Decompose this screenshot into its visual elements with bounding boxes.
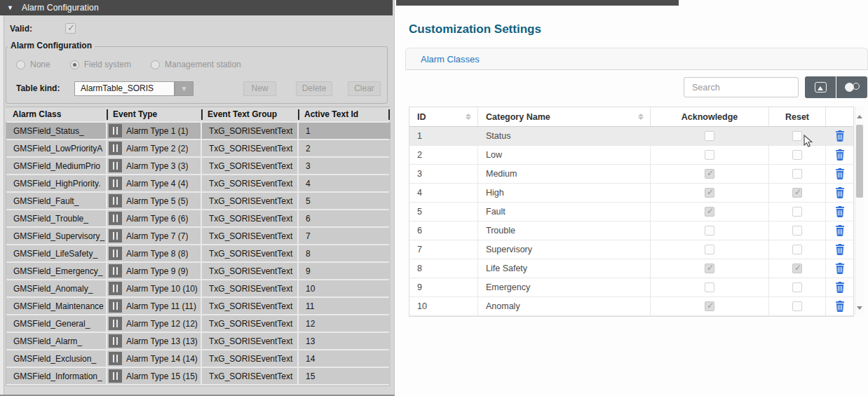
sort-icon[interactable] <box>466 114 471 120</box>
alarm-class-cell[interactable]: GMSField_Status_ <box>6 123 106 139</box>
event-text-group-cell[interactable]: TxG_SORISEventText <box>202 263 297 279</box>
table-row[interactable]: 2 Low <box>409 146 853 165</box>
event-text-group-cell[interactable]: TxG_SORISEventText <box>202 315 297 332</box>
event-type-pause-button[interactable] <box>109 334 122 348</box>
event-type-pause-button[interactable] <box>109 352 122 365</box>
event-text-group-cell[interactable]: TxG_SORISEventText <box>202 333 297 349</box>
radio-field-system[interactable]: Field system <box>70 60 131 69</box>
reset-checkbox[interactable] <box>792 188 802 198</box>
panel-titlebar[interactable]: ▼ Alarm Configuration <box>0 0 393 15</box>
acknowledge-checkbox[interactable] <box>705 264 714 273</box>
table-kind-select[interactable]: AlarmTable_SORIS <box>74 81 175 96</box>
reset-checkbox[interactable] <box>792 301 802 311</box>
acknowledge-checkbox[interactable] <box>705 282 714 292</box>
scroll-down-icon[interactable] <box>857 306 862 310</box>
event-type-pause-button[interactable] <box>109 229 122 243</box>
event-text-group-cell[interactable]: TxG_SORISEventText <box>202 175 297 191</box>
table-row[interactable]: GMSField_Alarm_ Alarm Type 13 (13) TxG_S… <box>6 333 389 349</box>
alarm-class-cell[interactable]: GMSField_LifeSafety_ <box>6 245 106 261</box>
radio-field-system-circle[interactable] <box>70 60 79 69</box>
alarm-class-cell[interactable]: GMSField_Alarm_ <box>6 333 106 349</box>
tab-alarm-classes[interactable]: Alarm Classes <box>421 54 480 64</box>
acknowledge-checkbox[interactable] <box>705 150 714 160</box>
header-alarm-class[interactable]: Alarm Class <box>6 109 105 120</box>
event-type-label[interactable]: Alarm Type 10 (10) <box>126 284 198 294</box>
event-text-group-cell[interactable]: TxG_SORISEventText <box>202 193 297 209</box>
event-type-label[interactable]: Alarm Type 2 (2) <box>126 144 188 153</box>
alarm-class-cell[interactable]: GMSField_Fault_ <box>6 193 106 209</box>
table-row[interactable]: 9 Emergency <box>409 278 853 297</box>
active-text-id-cell[interactable]: 3 <box>299 158 391 174</box>
active-text-id-cell[interactable]: 8 <box>299 245 391 261</box>
event-type-pause-button[interactable] <box>109 124 122 137</box>
table-row[interactable]: 10 Anomaly <box>409 297 853 316</box>
delete-row-button[interactable] <box>834 243 846 256</box>
table-row[interactable]: GMSField_LowPriorityA Alarm Type 2 (2) T… <box>6 140 389 156</box>
active-text-id-cell[interactable]: 9 <box>299 263 391 279</box>
active-text-id-cell[interactable]: 12 <box>299 315 391 332</box>
event-type-pause-button[interactable] <box>109 299 122 313</box>
event-type-label[interactable]: Alarm Type 15 (15) <box>126 371 198 381</box>
table-row[interactable]: GMSField_MediumPrio Alarm Type 3 (3) TxG… <box>6 158 389 174</box>
active-text-id-cell[interactable]: 7 <box>299 228 391 244</box>
alarm-class-cell[interactable]: GMSField_LowPriorityA <box>6 140 106 156</box>
acknowledge-checkbox[interactable] <box>705 245 714 254</box>
alarm-class-cell[interactable]: GMSField_General_ <box>6 315 106 332</box>
active-text-id-cell[interactable]: 1 <box>299 123 391 139</box>
event-type-label[interactable]: Alarm Type 11 (11) <box>126 301 196 311</box>
active-text-id-cell[interactable]: 15 <box>299 368 391 384</box>
alarm-class-cell[interactable]: GMSField_HighPriority. <box>6 175 106 191</box>
table-row[interactable]: GMSField_HighPriority. Alarm Type 4 (4) … <box>6 175 389 191</box>
table-row[interactable]: GMSField_Trouble_ Alarm Type 6 (6) TxG_S… <box>6 210 389 226</box>
active-text-id-cell[interactable]: 11 <box>299 298 391 314</box>
table-row[interactable]: 4 High <box>409 184 853 203</box>
event-text-group-cell[interactable]: TxG_SORISEventText <box>202 140 297 156</box>
alarm-class-cell[interactable]: GMSField_MediumPrio <box>6 158 106 174</box>
event-type-pause-button[interactable] <box>109 247 122 260</box>
delete-button[interactable]: Delete <box>296 81 332 96</box>
active-text-id-cell[interactable]: 5 <box>299 193 391 209</box>
event-type-label[interactable]: Alarm Type 7 (7) <box>126 231 188 241</box>
event-text-group-cell[interactable]: TxG_SORISEventText <box>202 123 297 139</box>
header-event-type[interactable]: Event Type <box>107 109 200 120</box>
scrollbar-thumb[interactable] <box>856 125 863 198</box>
table-kind-dropdown-button[interactable]: ▼ <box>175 81 194 96</box>
event-text-group-cell[interactable]: TxG_SORISEventText <box>202 210 297 226</box>
alarm-class-cell[interactable]: GMSField_Anomaly_ <box>6 280 106 296</box>
reset-checkbox[interactable] <box>792 264 802 273</box>
collapse-triangle-icon[interactable]: ▼ <box>7 4 13 11</box>
alarm-class-cell[interactable]: GMSField_Information_ <box>6 368 106 384</box>
table-row[interactable]: 7 Supervisory <box>409 240 853 259</box>
event-type-pause-button[interactable] <box>109 194 122 207</box>
reset-checkbox[interactable] <box>792 207 802 217</box>
event-type-pause-button[interactable] <box>109 369 122 383</box>
table-scrollbar[interactable] <box>855 107 864 315</box>
table-row[interactable]: GMSField_Supervisory_ Alarm Type 7 (7) T… <box>6 228 389 244</box>
header-active-text-id[interactable]: Active Text Id <box>298 109 390 120</box>
delete-row-button[interactable] <box>834 168 846 180</box>
search-input[interactable] <box>684 77 799 97</box>
event-text-group-cell[interactable]: TxG_SORISEventText <box>202 350 297 367</box>
table-row[interactable]: GMSField_Emergency_ Alarm Type 9 (9) TxG… <box>6 263 389 279</box>
alarm-class-cell[interactable]: GMSField_Trouble_ <box>6 210 106 226</box>
acknowledge-checkbox[interactable] <box>705 188 714 198</box>
alarm-class-cell[interactable]: GMSField_Maintenance <box>6 298 106 314</box>
event-text-group-cell[interactable]: TxG_SORISEventText <box>202 228 297 244</box>
reset-checkbox[interactable] <box>792 169 802 179</box>
table-row[interactable]: GMSField_Status_ Alarm Type 1 (1) TxG_SO… <box>6 123 389 139</box>
clear-button[interactable]: Clear <box>348 81 381 96</box>
delete-row-button[interactable] <box>834 130 846 142</box>
event-type-label[interactable]: Alarm Type 12 (12) <box>126 319 198 329</box>
event-type-pause-button[interactable] <box>109 177 122 190</box>
active-text-id-cell[interactable]: 10 <box>299 280 391 296</box>
delete-row-button[interactable] <box>834 205 846 218</box>
event-text-group-cell[interactable]: TxG_SORISEventText <box>202 280 297 296</box>
alarm-class-cell[interactable]: GMSField_Exclusion_ <box>6 350 106 367</box>
table-row[interactable]: GMSField_General_ Alarm Type 12 (12) TxG… <box>6 315 389 332</box>
delete-row-button[interactable] <box>834 262 846 275</box>
table-row[interactable]: GMSField_LifeSafety_ Alarm Type 8 (8) Tx… <box>6 245 389 261</box>
table-row[interactable]: GMSField_Information_ Alarm Type 15 (15)… <box>6 368 389 384</box>
acknowledge-checkbox[interactable] <box>705 169 714 179</box>
table-row[interactable]: 6 Trouble <box>409 221 853 240</box>
delete-row-button[interactable] <box>834 300 846 313</box>
